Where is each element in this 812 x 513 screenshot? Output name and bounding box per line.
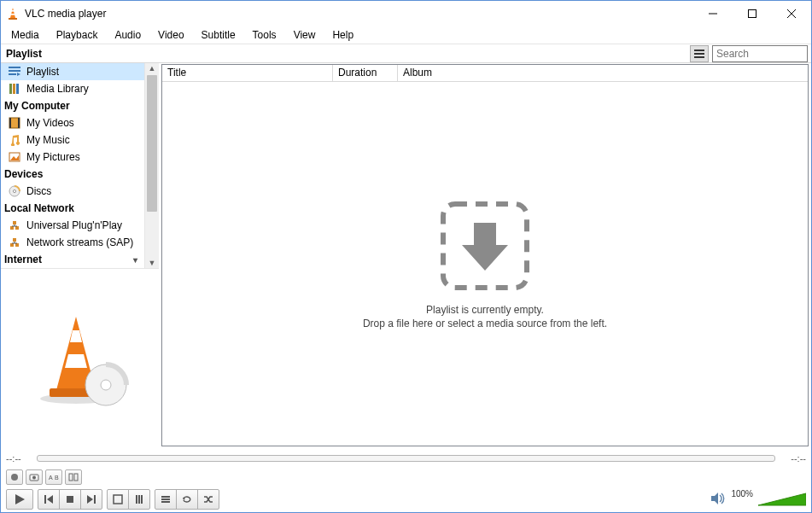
playlist-view-mode-button[interactable] (690, 45, 709, 62)
svg-rect-8 (694, 50, 704, 51)
vlc-cone-icon (6, 7, 20, 20)
speaker-icon[interactable] (710, 492, 726, 508)
column-album[interactable]: Album (398, 65, 808, 81)
playlist-header-bar: Playlist (1, 44, 811, 63)
menu-video[interactable]: Video (149, 27, 192, 43)
sidebar-item-my-music[interactable]: My Music (1, 131, 144, 149)
sidebar-item-media-library[interactable]: Media Library (1, 80, 144, 97)
sidebar-group-label: Internet (4, 254, 42, 265)
play-button[interactable] (6, 489, 33, 510)
volume-percent: 100% (731, 489, 753, 498)
sidebar-item-upnp[interactable]: Universal Plug'n'Play (1, 217, 144, 234)
sidebar-item-label: Media Library (26, 83, 89, 95)
playlist-empty-dropzone[interactable]: Playlist is currently empty. Drop a file… (162, 82, 808, 446)
snapshot-button[interactable] (26, 469, 43, 485)
svg-rect-2 (10, 14, 15, 15)
sidebar-group-label: Devices (4, 168, 43, 180)
svg-marker-65 (758, 493, 806, 505)
fullscreen-button[interactable] (107, 489, 129, 510)
menu-view[interactable]: View (285, 27, 324, 43)
controls-bar: 100% (1, 487, 811, 512)
svg-point-24 (13, 189, 15, 192)
sidebar-item-sap[interactable]: Network streams (SAP) (1, 234, 144, 251)
shuffle-button[interactable] (197, 489, 219, 510)
svg-marker-38 (65, 354, 87, 368)
column-duration[interactable]: Duration (333, 65, 398, 81)
picture-icon (8, 150, 21, 164)
column-title[interactable]: Title (162, 65, 333, 81)
svg-rect-26 (15, 226, 19, 230)
chevron-down-icon: ▾ (133, 255, 137, 265)
sidebar-art-area (1, 268, 159, 449)
svg-point-41 (101, 380, 111, 390)
menu-audio[interactable]: Audio (106, 27, 149, 43)
svg-rect-13 (9, 73, 16, 75)
sidebar-item-my-pictures[interactable]: My Pictures (1, 149, 144, 166)
sidebar-group-devices[interactable]: Devices (1, 166, 144, 183)
sidebar-item-discs[interactable]: Discs (1, 183, 144, 200)
svg-rect-48 (69, 474, 73, 481)
sidebar-group-local-network[interactable]: Local Network (1, 200, 144, 217)
svg-rect-5 (749, 10, 757, 18)
minimize-button[interactable] (693, 1, 733, 26)
playlist-group (155, 489, 219, 510)
menu-playback[interactable]: Playback (48, 27, 107, 43)
svg-rect-16 (13, 84, 15, 94)
record-button[interactable] (6, 469, 23, 485)
elapsed-time: --:-- (6, 453, 32, 463)
sidebar-item-label: Discs (26, 185, 51, 197)
atob-loop-button[interactable]: AB (45, 469, 62, 485)
extra-buttons-row: AB (1, 468, 811, 487)
main-area: Playlist Media Library My Computer My Vi… (1, 63, 811, 449)
maximize-button[interactable] (733, 1, 772, 26)
sidebar-item-label: My Pictures (26, 151, 80, 163)
extended-settings-button[interactable] (128, 489, 150, 510)
svg-rect-49 (74, 474, 78, 481)
svg-rect-60 (161, 496, 170, 498)
menu-subtitle[interactable]: Subtitle (193, 27, 244, 43)
frame-step-button[interactable] (65, 469, 82, 485)
menu-help[interactable]: Help (324, 27, 362, 43)
volume-slider[interactable] (758, 492, 806, 507)
stop-button[interactable] (59, 489, 81, 510)
svg-marker-64 (711, 493, 718, 504)
scroll-up-icon: ▲ (148, 64, 156, 73)
svg-text:A: A (49, 475, 53, 481)
svg-rect-11 (9, 67, 20, 68)
close-button[interactable] (772, 1, 811, 26)
svg-rect-25 (10, 226, 14, 230)
search-input[interactable] (712, 45, 808, 62)
network-icon (8, 236, 21, 249)
seek-slider[interactable] (37, 455, 775, 462)
sidebar-group-internet[interactable]: Internet ▾ (1, 251, 144, 268)
scrollbar-thumb[interactable] (147, 75, 157, 212)
svg-text:B: B (55, 475, 59, 481)
network-icon (8, 219, 21, 232)
loop-button[interactable] (176, 489, 198, 510)
svg-rect-58 (138, 495, 140, 504)
disc-icon (8, 184, 21, 198)
sidebar-item-label: My Videos (26, 117, 74, 129)
sidebar-item-my-videos[interactable]: My Videos (1, 114, 144, 131)
sidebar-scrollbar[interactable]: ▲ ▼ (144, 63, 159, 268)
menu-bar: Media Playback Audio Video Subtitle Tool… (1, 26, 811, 44)
playlist-icon (8, 65, 21, 79)
svg-rect-15 (9, 84, 12, 94)
svg-rect-59 (141, 495, 143, 504)
source-tree: Playlist Media Library My Computer My Vi… (1, 63, 144, 268)
svg-marker-52 (47, 495, 53, 504)
menu-media[interactable]: Media (3, 27, 48, 43)
sidebar-group-my-computer[interactable]: My Computer (1, 97, 144, 114)
title-bar: VLC media player (1, 1, 811, 26)
film-icon (8, 116, 21, 130)
previous-button[interactable] (38, 489, 60, 510)
next-button[interactable] (80, 489, 102, 510)
svg-rect-20 (18, 118, 20, 128)
svg-rect-19 (9, 118, 11, 128)
svg-rect-10 (694, 56, 704, 58)
toggle-playlist-button[interactable] (155, 489, 177, 510)
sidebar-item-playlist[interactable]: Playlist (1, 63, 144, 80)
menu-tools[interactable]: Tools (244, 27, 285, 43)
svg-marker-37 (70, 330, 82, 342)
svg-rect-31 (15, 243, 19, 247)
